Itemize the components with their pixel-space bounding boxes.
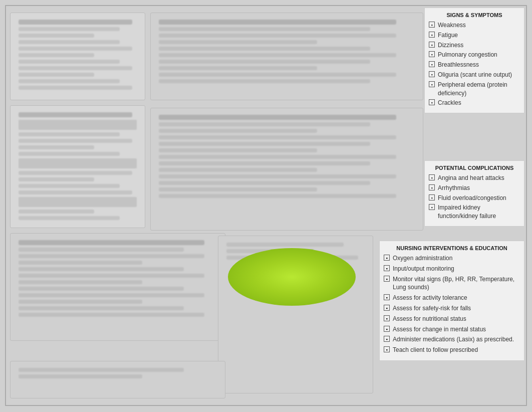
bullet-icon: ▪ bbox=[429, 61, 435, 67]
bullet-icon: ▪ bbox=[384, 336, 390, 342]
nursing-medications-text: Administer medications (Lasix) as prescr… bbox=[393, 335, 514, 344]
symptom-dizziness-text: Dizziness bbox=[438, 41, 463, 50]
nursing-vitals-text: Monitor vital signs (Bp, HR, RR, Tempera… bbox=[393, 275, 520, 292]
green-oval-diagram bbox=[228, 248, 356, 306]
bullet-icon: ▪ bbox=[384, 305, 390, 311]
nursing-falls-text: Assess for safety-risk for falls bbox=[393, 304, 471, 313]
symptom-oliguria: ▪ Oliguria (scant urine output) bbox=[429, 71, 520, 79]
symptom-weakness: ▪ Weakness bbox=[429, 21, 520, 30]
symptom-crackles-text: Crackles bbox=[438, 99, 461, 107]
complication-angina-text: Angina and heart attacks bbox=[438, 174, 504, 182]
symptom-crackles: ▪ Crackles bbox=[429, 99, 520, 107]
bullet-icon: ▪ bbox=[429, 51, 435, 57]
bullet-icon: ▪ bbox=[429, 184, 435, 190]
symptom-fatigue: ▪ Fatigue bbox=[429, 31, 520, 40]
symptom-oliguria-text: Oliguria (scant urine output) bbox=[438, 71, 512, 79]
bullet-icon: ▪ bbox=[429, 22, 435, 28]
center-mid-box bbox=[150, 108, 423, 231]
complication-angina: ▪ Angina and heart attacks bbox=[429, 174, 520, 182]
nursing-io: ▪ Input/output monitoring bbox=[384, 265, 520, 273]
nursing-panel: NURSING INTERVENTIONS & EDUCATION ▪ Oxyg… bbox=[379, 241, 524, 361]
symptom-pulmonary-text: Pulmonary congestion bbox=[438, 51, 497, 59]
bullet-icon: ▪ bbox=[429, 42, 435, 48]
signs-symptoms-title: SIGNS & SYMPTOMS bbox=[429, 12, 520, 18]
complication-fluid: ▪ Fluid overload/congestion bbox=[429, 194, 520, 202]
complication-arrhythmias: ▪ Arrhythmias bbox=[429, 184, 520, 192]
complication-arrhythmias-text: Arrhythmias bbox=[438, 184, 470, 192]
left-mid-box bbox=[10, 105, 145, 228]
bullet-icon: ▪ bbox=[429, 81, 435, 87]
symptom-fatigue-text: Fatigue bbox=[438, 31, 458, 40]
symptom-peripheral-edema: ▪ Peripheral edema (protein deficiency) bbox=[429, 81, 520, 98]
bullet-icon: ▪ bbox=[429, 99, 435, 105]
nursing-io-text: Input/output monitoring bbox=[393, 265, 454, 273]
nursing-vitals: ▪ Monitor vital signs (Bp, HR, RR, Tempe… bbox=[384, 275, 520, 292]
complication-kidney-text: Impaired kidney function/kidney failure bbox=[438, 203, 520, 221]
symptom-breathlessness-text: Breathlessness bbox=[438, 61, 479, 69]
nursing-nutrition: ▪ Assess for nutritional status bbox=[384, 315, 520, 323]
center-top-box bbox=[150, 13, 423, 100]
symptom-edema-text: Peripheral edema (protein deficiency) bbox=[438, 81, 520, 98]
main-container: PATHO: Describe the Patient Condition bbox=[0, 0, 532, 412]
bullet-icon: ▪ bbox=[429, 71, 435, 77]
nursing-mental-text: Assess for change in mental status bbox=[393, 325, 486, 334]
signs-symptoms-panel: SIGNS & SYMPTOMS ▪ Weakness ▪ Fatigue ▪ … bbox=[424, 8, 524, 113]
nursing-teach-text: Teach client to follow prescribed bbox=[393, 346, 478, 354]
lower-footer-box bbox=[10, 361, 225, 398]
bullet-icon: ▪ bbox=[384, 294, 390, 300]
bullet-icon: ▪ bbox=[384, 346, 390, 352]
symptom-pulmonary: ▪ Pulmonary congestion bbox=[429, 51, 520, 59]
nursing-oxygen-text: Oxygen administration bbox=[393, 254, 452, 263]
lower-left-box bbox=[10, 233, 225, 341]
bullet-icon: ▪ bbox=[384, 255, 390, 261]
left-top-box bbox=[10, 13, 145, 100]
bullet-icon: ▪ bbox=[429, 194, 435, 200]
nursing-nutrition-text: Assess for nutritional status bbox=[393, 315, 466, 323]
complication-kidney: ▪ Impaired kidney function/kidney failur… bbox=[429, 203, 520, 221]
nursing-title: NURSING INTERVENTIONS & EDUCATION bbox=[384, 245, 520, 251]
bullet-icon: ▪ bbox=[384, 326, 390, 332]
symptom-dizziness: ▪ Dizziness bbox=[429, 41, 520, 50]
nursing-mental: ▪ Assess for change in mental status bbox=[384, 325, 520, 334]
bullet-icon: ▪ bbox=[384, 315, 390, 321]
bullet-icon: ▪ bbox=[384, 276, 390, 282]
symptom-breathlessness: ▪ Breathlessness bbox=[429, 61, 520, 69]
nursing-activity-text: Assess for activity tolerance bbox=[393, 294, 467, 302]
nursing-activity: ▪ Assess for activity tolerance bbox=[384, 294, 520, 302]
bullet-icon: ▪ bbox=[384, 265, 390, 271]
complications-panel: POTENTIAL COMPLICATIONS ▪ Angina and hea… bbox=[424, 160, 524, 227]
bullet-icon: ▪ bbox=[429, 204, 435, 210]
nursing-falls: ▪ Assess for safety-risk for falls bbox=[384, 304, 520, 313]
nursing-teach: ▪ Teach client to follow prescribed bbox=[384, 346, 520, 354]
nursing-oxygen: ▪ Oxygen administration bbox=[384, 254, 520, 263]
bullet-icon: ▪ bbox=[429, 174, 435, 180]
complication-fluid-text: Fluid overload/congestion bbox=[438, 194, 506, 202]
symptom-weakness-text: Weakness bbox=[438, 21, 466, 30]
bullet-icon: ▪ bbox=[429, 32, 435, 38]
complications-title: POTENTIAL COMPLICATIONS bbox=[429, 165, 520, 171]
nursing-medications: ▪ Administer medications (Lasix) as pres… bbox=[384, 335, 520, 344]
